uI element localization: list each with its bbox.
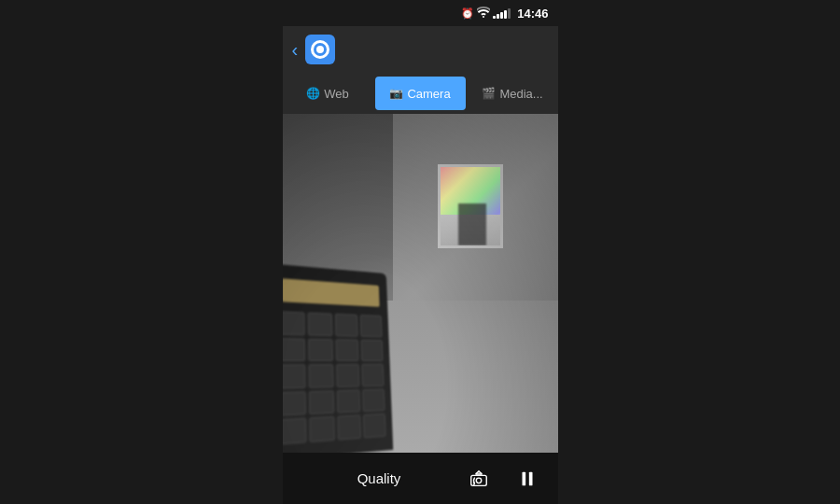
- app-logo: [305, 35, 335, 64]
- pause-icon: [517, 469, 538, 489]
- svg-point-0: [483, 16, 484, 18]
- quality-label[interactable]: Quality: [297, 470, 462, 486]
- tab-media-label: Media...: [499, 87, 542, 101]
- back-button[interactable]: ‹: [292, 39, 299, 61]
- wifi-icon: [477, 7, 490, 20]
- status-icons: ⏰ 14:46: [461, 7, 548, 21]
- flip-camera-icon: [469, 469, 489, 489]
- pause-button[interactable]: [511, 462, 544, 496]
- status-time: 14:46: [517, 7, 548, 21]
- tab-camera[interactable]: 📷 Camera: [375, 77, 466, 110]
- camera-view: [283, 114, 558, 453]
- tab-media[interactable]: 🎬 Media...: [468, 73, 558, 114]
- tab-web[interactable]: 🌐 Web: [283, 73, 373, 114]
- media-icon: 🎬: [482, 87, 496, 100]
- status-bar: ⏰ 14:46: [283, 0, 558, 26]
- signal-icon: [493, 7, 511, 19]
- web-icon: 🌐: [306, 87, 320, 100]
- svg-rect-5: [528, 471, 532, 485]
- camera-icon: 📷: [389, 87, 403, 100]
- tab-bar: 🌐 Web 📷 Camera 🎬 Media...: [283, 73, 558, 114]
- app-logo-icon: [311, 40, 329, 59]
- bottom-controls: [462, 462, 544, 496]
- camera-canvas: [283, 114, 558, 453]
- tab-web-label: Web: [324, 87, 349, 101]
- nav-bar: ‹: [283, 26, 558, 73]
- svg-rect-4: [522, 471, 525, 485]
- alarm-icon: ⏰: [461, 7, 474, 20]
- flip-camera-button[interactable]: [462, 462, 496, 496]
- tab-camera-label: Camera: [407, 87, 450, 101]
- depth-overlay: [283, 114, 558, 453]
- svg-rect-3: [475, 472, 482, 475]
- bottom-bar: Quality: [283, 453, 558, 504]
- phone-frame: ⏰ 14:46 ‹: [283, 0, 558, 504]
